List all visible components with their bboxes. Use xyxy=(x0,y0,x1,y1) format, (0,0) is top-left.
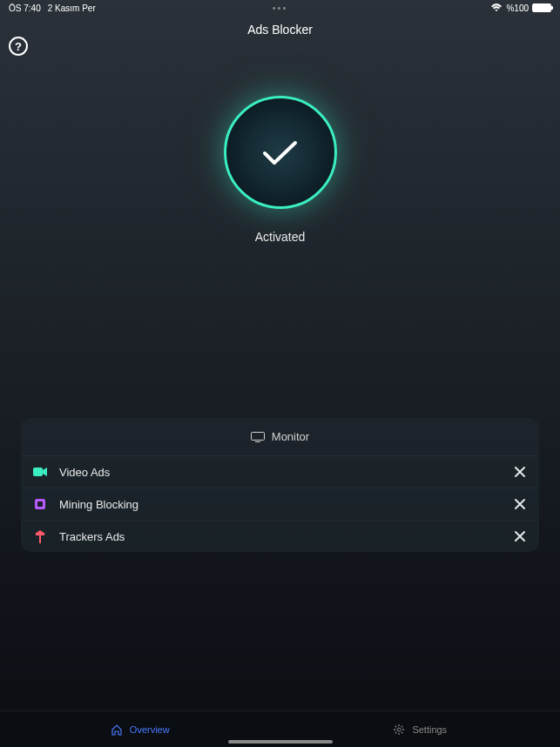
svg-rect-2 xyxy=(33,468,43,476)
tab-overview-label: Overview xyxy=(130,724,170,735)
tab-settings-label: Settings xyxy=(412,724,447,735)
monitor-panel: Monitor Video Ads Mining Blocking Tracke… xyxy=(21,418,539,552)
checkmark-icon xyxy=(260,138,300,168)
multitasking-dots: ••• xyxy=(273,3,288,13)
close-icon xyxy=(514,498,526,510)
mining-icon xyxy=(33,497,47,511)
monitor-row-mining-blocking[interactable]: Mining Blocking xyxy=(21,488,539,521)
monitor-row-video-ads[interactable]: Video Ads xyxy=(21,456,539,488)
wifi-icon xyxy=(490,3,503,12)
home-icon xyxy=(111,723,123,736)
monitor-title: Monitor xyxy=(272,430,309,443)
monitor-row-trackers-ads[interactable]: Trackers Ads xyxy=(21,521,539,552)
close-button[interactable] xyxy=(513,465,527,479)
close-icon xyxy=(514,530,526,542)
status-date: 2 Kasım Per xyxy=(48,3,96,13)
monitor-row-label: Mining Blocking xyxy=(59,498,513,511)
svg-rect-0 xyxy=(251,432,264,440)
close-icon xyxy=(514,466,526,478)
monitor-row-label: Trackers Ads xyxy=(59,530,513,543)
page-title: Ads Blocker xyxy=(0,16,560,44)
video-icon xyxy=(33,465,47,479)
help-button[interactable]: ? xyxy=(9,37,28,56)
battery-icon xyxy=(532,3,551,12)
activation-toggle[interactable] xyxy=(224,96,337,209)
status-time: ÖS 7:40 xyxy=(9,3,41,13)
monitor-icon xyxy=(251,432,265,442)
activation-status: Activated xyxy=(255,230,306,244)
svg-rect-6 xyxy=(36,534,44,535)
help-icon: ? xyxy=(15,40,22,53)
trackers-icon xyxy=(33,529,47,543)
battery-percent: %100 xyxy=(506,3,529,13)
monitor-row-label: Video Ads xyxy=(59,466,513,479)
svg-rect-4 xyxy=(37,501,43,507)
svg-rect-5 xyxy=(39,535,41,543)
close-button[interactable] xyxy=(513,497,527,511)
home-indicator[interactable] xyxy=(228,740,333,744)
monitor-header: Monitor xyxy=(21,418,539,456)
status-bar: ÖS 7:40 2 Kasım Per ••• %100 xyxy=(0,0,560,16)
svg-point-7 xyxy=(397,728,401,731)
gear-icon xyxy=(393,723,405,736)
close-button[interactable] xyxy=(513,529,527,543)
